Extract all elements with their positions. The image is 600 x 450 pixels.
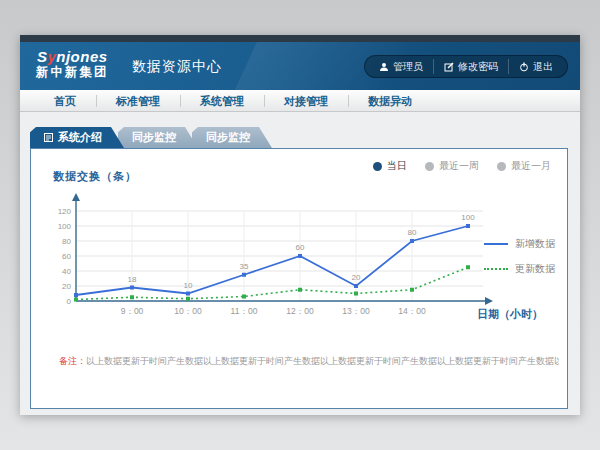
nav-item-home[interactable]: 首页 <box>34 90 96 111</box>
x-axis-arrow <box>485 297 493 305</box>
tab-system-intro[interactable]: 系统介绍 <box>30 127 124 148</box>
y-tick-label: 60 <box>62 252 71 261</box>
x-tick-label: 11：00 <box>231 306 258 316</box>
x-tick-label: 9：00 <box>121 306 144 316</box>
legend-item-updated-data[interactable]: 更新数据 <box>484 262 555 276</box>
tab-sync-monitor-1[interactable]: 同步监控 <box>118 127 198 148</box>
document-icon <box>44 133 53 142</box>
y-axis-arrow <box>72 193 80 201</box>
x-tick-label: 14：00 <box>398 306 426 316</box>
user-icon <box>379 62 389 72</box>
note-prefix: 备注： <box>59 356 86 366</box>
radio-dot <box>425 162 434 171</box>
nav-item-data-change[interactable]: 数据异动 <box>348 90 432 111</box>
data-point-label: 35 <box>240 262 249 271</box>
legend-item-new-data[interactable]: 新增数据 <box>484 237 555 251</box>
x-axis-title: 日期（小时） <box>477 307 543 322</box>
solid-line-swatch <box>484 243 508 245</box>
y-tick-label: 120 <box>58 207 72 216</box>
data-point-label: 80 <box>408 228 417 237</box>
page-title: 数据资源中心 <box>132 42 222 90</box>
radio-selected-dot <box>373 162 382 171</box>
data-point <box>242 273 246 277</box>
nav-item-standard-mgmt[interactable]: 标准管理 <box>96 90 180 111</box>
y-tick-label: 80 <box>62 237 71 246</box>
chart-legend: 新增数据 更新数据 <box>484 237 555 276</box>
data-point <box>354 292 358 296</box>
data-point <box>130 286 134 290</box>
data-point <box>298 254 302 258</box>
window-top-strip <box>20 35 580 42</box>
data-point-label: 10 <box>184 281 193 290</box>
data-point <box>466 224 470 228</box>
logout-button[interactable]: 退出 <box>508 59 563 74</box>
app-header: Synjones 新中新集团 数据资源中心 管理员 修改密码 退出 <box>20 42 580 90</box>
data-point <box>410 288 414 292</box>
app-window: Synjones 新中新集团 数据资源中心 管理员 修改密码 退出 首页 标准管… <box>20 35 580 415</box>
data-point <box>410 239 414 243</box>
company-logo: Synjones 新中新集团 <box>36 48 109 80</box>
x-tick-label: 12：00 <box>286 306 314 316</box>
y-tick-label: 20 <box>62 282 71 291</box>
data-point-label: 20 <box>352 273 361 282</box>
data-point <box>242 295 246 299</box>
content-area: 系统介绍 同步监控 同步监控 当日 最近一周 <box>20 112 580 415</box>
x-tick-label: 13：00 <box>342 306 370 316</box>
data-point <box>186 292 190 296</box>
nav-item-integration-mgmt[interactable]: 对接管理 <box>264 90 348 111</box>
logo-subtext: 新中新集团 <box>36 65 109 79</box>
radio-last-month[interactable]: 最近一月 <box>497 159 551 173</box>
data-point-label: 18 <box>128 275 137 284</box>
data-point-label: 60 <box>296 243 305 252</box>
power-icon <box>519 62 529 72</box>
y-tick-label: 100 <box>58 222 72 231</box>
data-point <box>186 297 190 301</box>
data-point <box>74 293 78 297</box>
radio-last-week[interactable]: 最近一周 <box>425 159 479 173</box>
y-axis-title: 数据交换（条） <box>53 169 137 184</box>
edit-icon <box>444 62 454 72</box>
main-nav: 首页 标准管理 系统管理 对接管理 数据异动 <box>20 90 580 112</box>
user-menu: 管理员 修改密码 退出 <box>364 55 568 78</box>
data-point <box>466 265 470 269</box>
chart-panel: 当日 最近一周 最近一月 数据交换（条） 0204060801001209：00… <box>30 148 568 409</box>
nav-item-system-mgmt[interactable]: 系统管理 <box>180 90 264 111</box>
footer-note: 备注：以上数据更新于时间产生数据以上数据更新于时间产生数据以上数据更新于时间产生… <box>59 355 559 368</box>
data-point <box>354 284 358 288</box>
y-tick-label: 0 <box>67 297 72 306</box>
user-menu-admin[interactable]: 管理员 <box>369 59 433 74</box>
data-point <box>74 298 78 302</box>
tab-bar: 系统介绍 同步监控 同步监控 <box>30 127 266 148</box>
data-point-label: 100 <box>461 213 475 222</box>
radio-today[interactable]: 当日 <box>373 159 407 173</box>
tab-sync-monitor-2[interactable]: 同步监控 <box>192 127 272 148</box>
dotted-line-swatch <box>484 268 508 270</box>
time-range-filter: 当日 最近一周 最近一月 <box>373 159 551 173</box>
radio-dot <box>497 162 506 171</box>
data-point <box>130 295 134 299</box>
logo-text: Synjones <box>36 48 109 65</box>
change-password-button[interactable]: 修改密码 <box>433 59 508 74</box>
y-tick-label: 40 <box>62 267 71 276</box>
note-text: 以上数据更新于时间产生数据以上数据更新于时间产生数据以上数据更新于时间产生数据以… <box>86 356 559 366</box>
data-point <box>298 288 302 292</box>
x-tick-label: 10：00 <box>174 306 202 316</box>
